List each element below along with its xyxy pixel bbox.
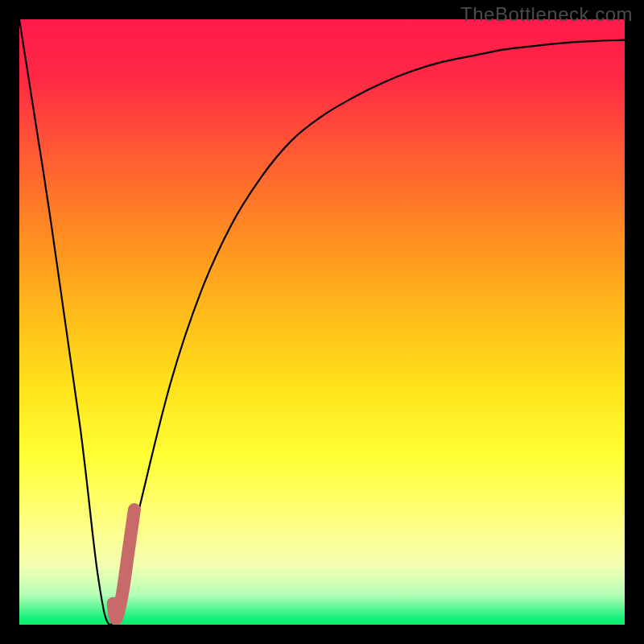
chart-frame: TheBottleneck.com bbox=[0, 0, 644, 644]
target-marker bbox=[19, 19, 625, 625]
watermark-text: TheBottleneck.com bbox=[460, 3, 633, 26]
